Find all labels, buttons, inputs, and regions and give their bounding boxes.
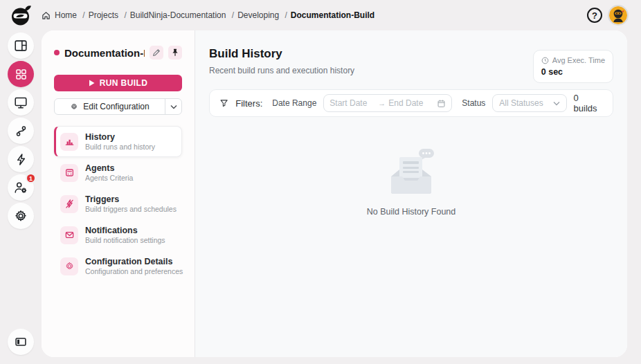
user-settings-icon [13, 180, 28, 195]
menu-item-label: Configuration Details [85, 257, 176, 266]
envelope-icon [60, 226, 78, 244]
date-range-label: Date Range [272, 98, 316, 108]
avg-exec-time-card: Avg Exec. Time 0 sec [533, 50, 613, 83]
gear-icon [70, 102, 78, 111]
rail-collapse-button[interactable] [8, 329, 34, 355]
avg-exec-value: 0 sec [541, 67, 605, 77]
settings-icon [13, 208, 28, 224]
edit-configuration-label: Edit Configuration [83, 102, 149, 111]
menu-item-configuration-details[interactable]: Configuration Details Configuration and … [54, 251, 182, 282]
user-avatar[interactable] [609, 6, 627, 24]
empty-state-message: No Build History Found [367, 207, 456, 217]
rail-triggers-button[interactable] [8, 146, 34, 172]
status-label: Status [462, 98, 485, 108]
rail-users-button[interactable]: 1 [8, 174, 34, 201]
trigger-bolt-icon [60, 195, 78, 213]
rail-pipelines-button[interactable] [8, 118, 34, 144]
start-date-input[interactable] [329, 98, 375, 108]
panel-menu: History Build runs and history Agents Ag… [54, 126, 182, 282]
build-config-title: Documentation-Bu... [64, 47, 145, 59]
run-build-button[interactable]: RUN BUILD [54, 75, 182, 91]
envelope-glyph [64, 230, 75, 240]
rail-agents-button[interactable] [8, 89, 34, 116]
pencil-icon [152, 48, 161, 57]
edit-name-button[interactable] [150, 46, 163, 60]
range-arrow: → [378, 99, 386, 107]
menu-item-label: Triggers [85, 194, 176, 204]
edit-configuration-split-button: Edit Configuration [54, 98, 182, 115]
end-date-input[interactable] [388, 98, 434, 108]
gear-icon [60, 257, 78, 275]
breadcrumb-item-project[interactable]: BuildNinja-Documentation [130, 10, 234, 20]
monitor-icon [13, 95, 28, 110]
bar-chart-icon [60, 133, 78, 151]
build-config-panel: Documentation-Bu... RUN BUILD [42, 30, 195, 357]
bar-chart-glyph [64, 136, 75, 147]
builds-count: 0 builds [574, 93, 603, 113]
agent-glyph [64, 167, 75, 178]
collapse-panel-icon [13, 334, 28, 349]
apps-grid-icon [14, 67, 28, 82]
breadcrumb-item-projects[interactable]: Projects [89, 10, 127, 20]
rail-dashboard-button[interactable] [8, 33, 34, 59]
icon-rail: 1 [0, 30, 42, 364]
rail-settings-button[interactable] [8, 203, 34, 229]
menu-item-desc: Configuration and preferences [85, 267, 176, 275]
trigger-bolt-glyph [64, 199, 75, 209]
menu-item-triggers[interactable]: Triggers Build triggers and schedules [54, 188, 182, 219]
menu-item-desc: Build runs and history [85, 143, 155, 151]
top-bar: Home Projects BuildNinja-Documentation D… [0, 0, 641, 30]
filters-label: Filters: [235, 98, 262, 109]
calendar-icon [437, 99, 446, 108]
avg-exec-label: Avg Exec. Time [552, 56, 605, 64]
filter-funnel-icon [219, 98, 228, 108]
menu-item-agents[interactable]: Agents Agents Criteria [54, 157, 182, 188]
status-select[interactable]: All Statuses [492, 94, 566, 112]
edit-configuration-dropdown[interactable] [165, 99, 181, 114]
buildninja-logo-icon [10, 3, 32, 27]
lightning-icon [14, 152, 28, 167]
date-range-picker[interactable]: → [323, 94, 452, 112]
notification-badge: 1 [26, 173, 36, 183]
pin-button[interactable] [168, 46, 182, 60]
pin-icon [171, 48, 179, 57]
app-logo[interactable] [0, 3, 42, 27]
menu-item-desc: Build notification settings [85, 236, 165, 244]
chevron-down-icon [553, 101, 560, 106]
home-icon [42, 11, 51, 20]
breadcrumb-item-current: Documentation-Build [291, 10, 374, 20]
breadcrumb-item-branch[interactable]: Developing [237, 10, 287, 20]
gear-glyph [64, 261, 75, 271]
chevron-down-icon [170, 104, 177, 109]
layout-dashboard-icon [13, 38, 28, 53]
filters-bar: Filters: Date Range → Status All Statuse… [209, 89, 613, 117]
menu-item-label: Notifications [85, 226, 165, 235]
status-dot [54, 50, 60, 55]
empty-state: No Build History Found [209, 149, 613, 217]
avatar-ninja-icon [609, 6, 627, 24]
breadcrumb: Home Projects BuildNinja-Documentation D… [42, 10, 374, 20]
help-button[interactable]: ? [587, 8, 602, 23]
menu-item-desc: Agents Criteria [85, 174, 133, 182]
menu-item-history[interactable]: History Build runs and history [54, 126, 182, 157]
run-build-label: RUN BUILD [100, 78, 148, 88]
clock-icon [541, 57, 549, 64]
menu-item-desc: Build triggers and schedules [85, 205, 176, 213]
status-select-value: All Statuses [499, 98, 543, 108]
menu-item-label: History [85, 132, 155, 142]
build-history-main: Build History Recent build runs and exec… [195, 30, 627, 357]
empty-inbox-icon [384, 149, 438, 197]
agent-icon [60, 164, 78, 182]
breadcrumb-item-home[interactable]: Home [55, 10, 85, 20]
play-icon [89, 80, 95, 87]
menu-item-notifications[interactable]: Notifications Build notification setting… [54, 219, 182, 251]
menu-item-label: Agents [85, 163, 133, 173]
content-card: Documentation-Bu... RUN BUILD [42, 30, 627, 357]
git-branch-icon [14, 124, 28, 138]
edit-configuration-button[interactable]: Edit Configuration [55, 99, 165, 114]
rail-projects-button[interactable] [8, 61, 34, 87]
